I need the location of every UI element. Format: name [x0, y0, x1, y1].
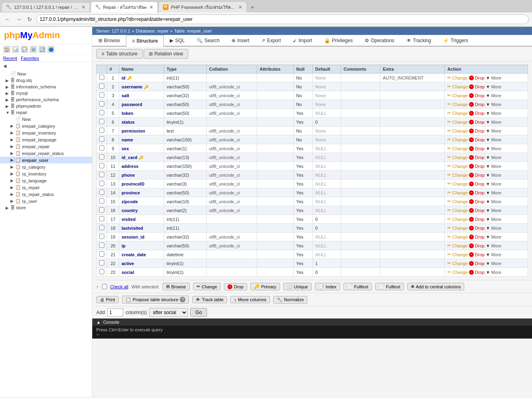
change-link[interactable]: Change — [452, 190, 468, 195]
change-link[interactable]: Change — [452, 93, 468, 98]
drop-link[interactable]: Drop — [475, 270, 485, 275]
drop-link[interactable]: Drop — [475, 111, 485, 116]
change-link[interactable]: Change — [452, 217, 468, 222]
drop-link[interactable]: Drop — [475, 199, 485, 204]
change-link[interactable]: Change — [452, 120, 468, 125]
row-checkbox[interactable] — [99, 251, 104, 257]
go-button[interactable]: Go — [190, 308, 207, 317]
sub-tab-relation-view[interactable]: ⊞ Relation view — [144, 49, 188, 59]
change-link[interactable]: Change — [452, 84, 468, 89]
row-checkbox[interactable] — [99, 243, 104, 248]
more-link[interactable]: More — [491, 199, 502, 204]
tree-store[interactable]: ▶ 🗄 store — [0, 204, 92, 211]
drop-link[interactable]: Drop — [475, 226, 485, 231]
drop-link[interactable]: Drop — [475, 235, 485, 239]
more-link[interactable]: More — [491, 120, 502, 125]
tab-sql[interactable]: ▶ SQL — [164, 35, 191, 46]
change-link[interactable]: Change — [452, 235, 468, 239]
browse-selected-button[interactable]: ⊞ Browse — [162, 283, 190, 290]
tree-rp-repair[interactable]: ▶ 📋 rp_repair — [0, 184, 92, 191]
row-checkbox[interactable] — [99, 172, 104, 177]
drop-link[interactable]: Drop — [475, 137, 485, 142]
change-link[interactable]: Change — [452, 243, 468, 248]
tree-repair-new[interactable]: 📄 New — [0, 116, 92, 122]
row-checkbox[interactable] — [99, 119, 104, 124]
row-checkbox[interactable] — [99, 145, 104, 151]
row-checkbox[interactable] — [99, 163, 104, 168]
tree-drug[interactable]: ▶ 🗄 drug.slq — [0, 77, 92, 84]
tree-new[interactable]: 📄 New — [0, 70, 92, 77]
forward-button[interactable]: → — [14, 15, 23, 23]
drop-link[interactable]: Drop — [475, 84, 485, 89]
circle-icon[interactable]: 🔵 — [47, 46, 55, 53]
tab-triggers[interactable]: ⚡ Triggers — [437, 35, 474, 46]
tree-erepair-category[interactable]: ▶ 📋 erepair_category — [0, 122, 92, 129]
print-button[interactable]: 🖨 Print — [96, 296, 119, 303]
tree-erepair-repair-status[interactable]: ▶ 📋 erepair_repair_status — [0, 150, 92, 157]
drop-link[interactable]: Drop — [475, 129, 485, 133]
tree-rp-inventory[interactable]: ▶ 📋 rp_inventory — [0, 170, 92, 177]
position-select[interactable]: after social at beginning at end — [149, 308, 188, 317]
charts-icon[interactable]: 📊 — [12, 46, 19, 53]
drop-link[interactable]: Drop — [475, 190, 485, 195]
column-count-input[interactable] — [107, 308, 123, 316]
row-checkbox[interactable] — [99, 75, 104, 80]
drop-link[interactable]: Drop — [475, 182, 485, 186]
tab-privileges[interactable]: 🔒 Privileges — [318, 35, 359, 46]
drop-link[interactable]: Drop — [475, 208, 485, 213]
change-link[interactable]: Change — [452, 155, 468, 160]
row-checkbox[interactable] — [99, 137, 104, 142]
change-link[interactable]: Change — [452, 270, 468, 275]
tab-3-close[interactable]: ✕ — [238, 4, 242, 10]
drop-link[interactable]: Drop — [475, 155, 485, 160]
row-checkbox[interactable] — [99, 128, 104, 133]
home-icon[interactable]: 🏠 — [3, 46, 10, 53]
track-table-button[interactable]: 👁 Track table — [192, 296, 227, 303]
change-link[interactable]: Change — [452, 137, 468, 142]
move-columns-button[interactable]: ↕ Move columns — [230, 296, 270, 303]
normalize-button[interactable]: 🔧 Normalize — [273, 296, 308, 304]
more-link[interactable]: More — [491, 243, 502, 248]
drop-link[interactable]: Drop — [475, 261, 485, 266]
reload-button[interactable]: ↻ — [26, 15, 34, 23]
more-link[interactable]: More — [491, 208, 502, 213]
tab-structure[interactable]: ≡ Structure — [126, 35, 164, 47]
change-link[interactable]: Change — [452, 199, 468, 204]
change-link[interactable]: Change — [452, 252, 468, 257]
drop-link[interactable]: Drop — [475, 243, 485, 248]
more-link[interactable]: More — [491, 137, 502, 142]
change-link[interactable]: Change — [452, 182, 468, 186]
more-link[interactable]: More — [491, 146, 502, 151]
tree-mysql[interactable]: ▶ 🗄 mysql — [0, 90, 92, 96]
drop-selected-button[interactable]: − Drop — [224, 283, 247, 290]
tab-1[interactable]: 🔧 127.0.0.1 / 127.0.0.1 / repair / er...… — [2, 2, 90, 12]
unique-button[interactable]: ⬜ Unique — [283, 283, 312, 290]
drop-link[interactable]: Drop — [475, 252, 485, 257]
row-checkbox[interactable] — [99, 181, 104, 186]
tab-browse[interactable]: ⊞ Browse — [92, 35, 126, 46]
sub-tab-table-structure[interactable]: ≡ Table structure — [96, 49, 143, 59]
row-checkbox[interactable] — [99, 84, 104, 89]
drop-link[interactable]: Drop — [475, 93, 485, 98]
change-selected-button[interactable]: ✏ Change — [193, 283, 221, 290]
tree-rp-user[interactable]: ▶ 📋 rp_user — [0, 198, 92, 204]
more-link[interactable]: More — [491, 76, 502, 80]
row-checkbox[interactable] — [99, 207, 104, 212]
tree-performance-schema[interactable]: ▶ 🗄 performance_schema — [0, 96, 92, 103]
primary-button[interactable]: 🔑 Primary — [250, 283, 280, 290]
tree-rp-category[interactable]: ▶ 📋 rp_category — [0, 163, 92, 170]
fulltext2-button[interactable]: 📄 Fulltext — [375, 283, 404, 290]
tree-erepair-inventory[interactable]: ▶ 📋 erepair_inventory — [0, 129, 92, 136]
drop-link[interactable]: Drop — [475, 102, 485, 107]
change-link[interactable]: Change — [452, 226, 468, 231]
more-link[interactable]: More — [491, 111, 502, 116]
change-link[interactable]: Change — [452, 208, 468, 213]
tab-3[interactable]: W PHP Framework เริ่มเฟรมเวิร์ค โด... ✕ — [158, 2, 247, 12]
row-checkbox[interactable] — [99, 216, 104, 221]
change-link[interactable]: Change — [452, 164, 468, 169]
add-to-central-button[interactable]: ⊕ Add to central columns — [407, 283, 465, 290]
tab-export[interactable]: ↗ Export — [255, 35, 287, 46]
sidebar-collapse[interactable]: ◀ — [0, 62, 92, 70]
chat-icon[interactable]: 💬 — [21, 46, 28, 53]
tab-tracking[interactable]: 👁 Tracking — [400, 35, 437, 46]
